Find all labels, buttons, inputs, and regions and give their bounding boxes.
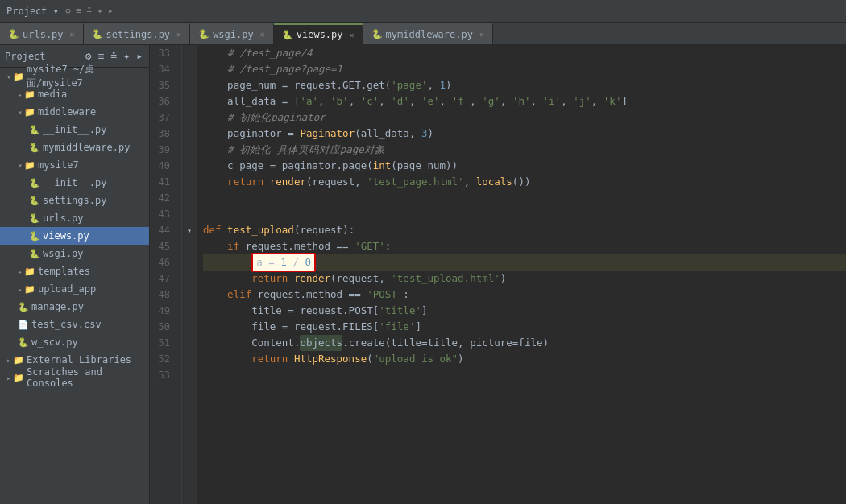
code-line-38: paginator = Paginator(all_data, 3) bbox=[203, 126, 846, 142]
expand-icon[interactable]: ▸ bbox=[135, 48, 144, 64]
code-line-41: return render(request, 'test_page.html',… bbox=[203, 174, 846, 190]
top-bar: Project ▾ ⚙ ≡ ≛ ✦ ▸ bbox=[0, 0, 846, 23]
main-area: Project ⚙ ≡ ≛ ✦ ▸ ▾ 📁 mysite7 ~/桌面/mysit… bbox=[0, 45, 846, 504]
tree-label-views-file: views.py bbox=[43, 230, 89, 242]
code-line-51: Content.objects.create(title=title, pict… bbox=[203, 335, 846, 351]
ln-35: 35 bbox=[150, 77, 175, 93]
tree-wsgi-file[interactable]: 🐍 wsgi.py bbox=[0, 245, 149, 262]
py-icon-manage: 🐍 bbox=[18, 302, 29, 312]
folder-icon-mysite7-pkg: 📁 bbox=[24, 160, 35, 171]
tree-middleware[interactable]: ▾ 📁 middleware bbox=[0, 103, 149, 121]
ln-43: 43 bbox=[150, 206, 175, 222]
error-highlight-box: a = 1 / 0 bbox=[251, 253, 316, 272]
tab-views-close[interactable]: ✕ bbox=[350, 31, 355, 39]
tree-label-mymiddleware-file: mymiddleware.py bbox=[43, 142, 130, 153]
py-icon-mymiddleware: 🐍 bbox=[371, 29, 383, 39]
ln-40: 40 bbox=[150, 158, 175, 174]
code-line-50: file = request.FILES['file'] bbox=[203, 319, 846, 335]
tab-urls[interactable]: 🐍 urls.py ✕ bbox=[0, 23, 84, 44]
tab-mymiddleware-label: mymiddleware.py bbox=[386, 29, 473, 40]
tab-settings-label: settings.py bbox=[106, 29, 170, 40]
tree-manage[interactable]: 🐍 manage.py bbox=[0, 298, 149, 316]
tree-media[interactable]: ▸ 📁 media bbox=[0, 85, 149, 103]
tree-label-mysite7-pkg: mysite7 bbox=[38, 159, 79, 171]
ln-36: 36 bbox=[150, 93, 175, 109]
ln-51: 51 bbox=[150, 335, 175, 351]
comment-34: # /test_page?page=1 bbox=[203, 61, 342, 77]
tree-label-templates: templates bbox=[38, 266, 90, 277]
fold-44[interactable]: ▾ bbox=[182, 222, 197, 238]
tab-wsgi[interactable]: 🐍 wsgi.py ✕ bbox=[190, 23, 274, 44]
code-content: # /test_page/4 # /test_page?page=1 page_… bbox=[197, 45, 846, 504]
star-icon[interactable]: ✦ bbox=[122, 48, 131, 64]
comment-33: # /test_page/4 bbox=[203, 45, 312, 61]
tree-scratches[interactable]: ▸ 📁 Scratches and Consoles bbox=[0, 369, 149, 386]
ln-46: 46 bbox=[150, 254, 175, 271]
editor[interactable]: 33 34 35 36 37 38 39 40 41 42 43 44 45 4… bbox=[150, 45, 846, 504]
py-icon-settings: 🐍 bbox=[92, 29, 103, 39]
folder-icon-media: 📁 bbox=[24, 89, 35, 100]
arrow-external: ▸ bbox=[6, 356, 11, 365]
tab-mymiddleware[interactable]: 🐍 mymiddleware.py ✕ bbox=[363, 23, 493, 44]
ln-44: 44 bbox=[150, 222, 175, 238]
tree-label-scratches: Scratches and Consoles bbox=[27, 366, 149, 389]
tree-label-external: External Libraries bbox=[27, 354, 131, 366]
py-icon-wsgi: 🐍 bbox=[198, 29, 209, 39]
tree-mymiddleware-file[interactable]: 🐍 mymiddleware.py bbox=[0, 138, 149, 156]
tree-init2[interactable]: 🐍 __init__.py bbox=[0, 174, 149, 192]
code-line-44: def test_upload(request): bbox=[203, 222, 846, 238]
tree-label-init1: __init__.py bbox=[43, 124, 106, 135]
arrow-templates: ▸ bbox=[18, 267, 23, 276]
py-icon-w-scv: 🐍 bbox=[18, 337, 29, 348]
toolbar-icons: ⚙ ≡ ≛ ✦ ▸ bbox=[65, 6, 114, 16]
csv-icon: 📄 bbox=[18, 320, 29, 330]
ln-47: 47 bbox=[150, 271, 175, 287]
tree-label-upload-app: upload_app bbox=[38, 283, 96, 295]
tree-init1[interactable]: 🐍 __init__.py bbox=[0, 121, 149, 138]
tree-label-init2: __init__.py bbox=[43, 177, 106, 188]
list-icon[interactable]: ≡ bbox=[97, 48, 106, 64]
tree-settings-file[interactable]: 🐍 settings.py bbox=[0, 192, 149, 209]
ln-41: 41 bbox=[150, 174, 175, 190]
code-line-46: a = 1 / 0 bbox=[203, 254, 846, 271]
tab-settings-close[interactable]: ✕ bbox=[176, 30, 181, 39]
tab-mymiddleware-close[interactable]: ✕ bbox=[479, 30, 484, 39]
ln-38: 38 bbox=[150, 126, 175, 142]
gutter: ▾ bbox=[182, 45, 197, 504]
tab-wsgi-close[interactable]: ✕ bbox=[260, 30, 265, 39]
tree-test-csv[interactable]: 📄 test_csv.csv bbox=[0, 316, 149, 333]
tree-w-scv[interactable]: 🐍 w_scv.py bbox=[0, 333, 149, 351]
arrow-middleware: ▾ bbox=[18, 108, 23, 117]
code-line-45: if request.method == 'GET': bbox=[203, 238, 846, 254]
code-line-40: c_page = paginator.page(int(page_num)) bbox=[203, 158, 846, 174]
ln-53: 53 bbox=[150, 367, 175, 383]
tree-upload-app[interactable]: ▸ 📁 upload_app bbox=[0, 280, 149, 298]
py-icon-wsgi-file: 🐍 bbox=[29, 249, 40, 259]
ln-34: 34 bbox=[150, 61, 175, 77]
ln-39: 39 bbox=[150, 142, 175, 158]
tree-label-w-scv: w_scv.py bbox=[31, 337, 78, 348]
tab-settings[interactable]: 🐍 settings.py ✕ bbox=[84, 23, 191, 44]
code-line-47: return render(request, 'test_upload.html… bbox=[203, 271, 846, 287]
code-area: 33 34 35 36 37 38 39 40 41 42 43 44 45 4… bbox=[150, 45, 846, 504]
settings-icon[interactable]: ⚙ bbox=[84, 48, 93, 64]
tab-urls-close[interactable]: ✕ bbox=[70, 30, 75, 39]
tree-mysite7-root[interactable]: ▾ 📁 mysite7 ~/桌面/mysite7 bbox=[0, 68, 149, 85]
code-line-48: elif request.method == 'POST': bbox=[203, 287, 846, 303]
arrow-mysite7: ▾ bbox=[6, 72, 11, 81]
tree-label-settings-file: settings.py bbox=[43, 195, 106, 206]
tree-views-file[interactable]: 🐍 views.py bbox=[0, 227, 149, 245]
sort-icon[interactable]: ≛ bbox=[110, 48, 119, 64]
tree-templates[interactable]: ▸ 📁 templates bbox=[0, 262, 149, 280]
tree-mysite7-pkg[interactable]: ▾ 📁 mysite7 bbox=[0, 156, 149, 174]
var-page-num: page_num = request.GET.get( bbox=[203, 77, 391, 93]
sidebar-title: Project bbox=[5, 51, 81, 62]
tree-label-urls-file: urls.py bbox=[43, 213, 84, 224]
tab-urls-label: urls.py bbox=[23, 29, 64, 40]
tree-urls-file[interactable]: 🐍 urls.py bbox=[0, 209, 149, 227]
ln-49: 49 bbox=[150, 303, 175, 319]
folder-icon-scratches: 📁 bbox=[13, 373, 24, 383]
tab-views[interactable]: 🐍 views.py ✕ bbox=[274, 23, 363, 44]
ln-52: 52 bbox=[150, 351, 175, 367]
py-icon-init2: 🐍 bbox=[29, 178, 40, 188]
